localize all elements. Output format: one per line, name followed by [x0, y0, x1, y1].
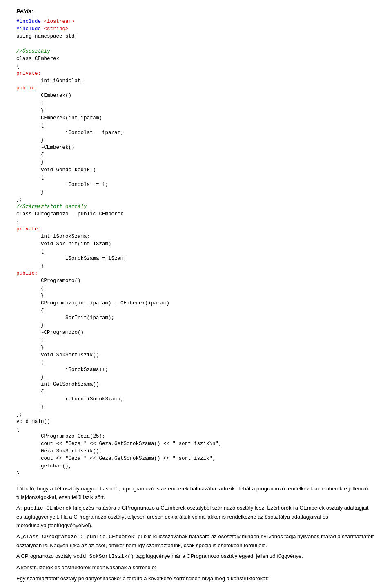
code-block: #include <iostream> #include <string> us…: [16, 18, 376, 477]
comment-szarmaztatott: //Származtatott osztály: [16, 204, 87, 210]
include-iostream: #include <iostream>: [16, 19, 75, 25]
prose-p3: A „class CProgramozo : public CEmberek" …: [16, 532, 376, 550]
prose-p6: Egy származtatott osztály példányosítása…: [16, 575, 376, 583]
prose-p2: A : public CEmberek kifejezés hatására a…: [16, 504, 376, 530]
using-namespace: using namespace std;: [16, 34, 78, 39]
class-cemberek: class CEmberek: [16, 56, 59, 62]
include-string: #include <string>: [16, 26, 69, 32]
comment-ososztalay: //Ősosztály: [16, 49, 50, 54]
prose-p4: A CProgramozo osztály void SokSortIszik(…: [16, 552, 376, 561]
prose-p1: Látható, hogy a két osztály nagyon hason…: [16, 485, 376, 502]
prose-p5: A konstruktorok és destruktorok meghívás…: [16, 564, 376, 572]
prose-section: Látható, hogy a két osztály nagyon hason…: [16, 485, 376, 586]
page-content: Példa: #include <iostream> #include <str…: [16, 8, 376, 586]
example-label: Példa:: [16, 8, 376, 15]
